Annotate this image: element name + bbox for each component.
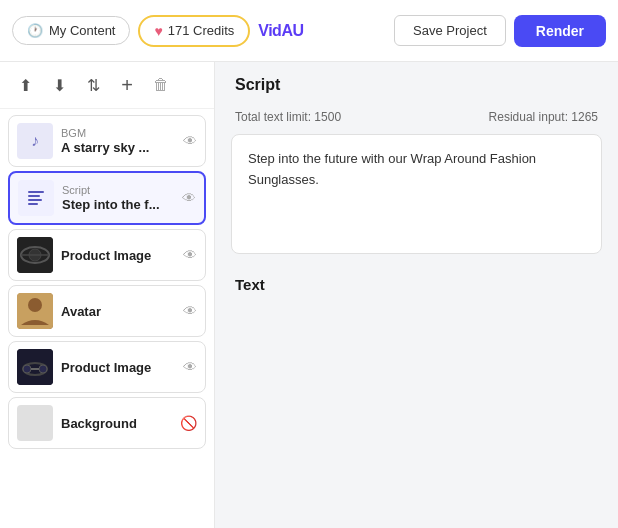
brand-logo[interactable]: VidAU	[258, 22, 303, 40]
visibility-icon-avatar[interactable]: 👁	[183, 303, 197, 319]
main-content: ⬆ ⬇ ⇅ + 🗑 ♪ BGM A starry sky ...	[0, 62, 618, 528]
layer-info-script: Script Step into the f...	[62, 184, 174, 212]
svg-point-12	[23, 365, 31, 373]
text-section: Text	[215, 266, 618, 303]
layer-item-product2[interactable]: Product Image 👁	[8, 341, 206, 393]
my-content-button[interactable]: 🕐 My Content	[12, 16, 130, 45]
layer-info-bgm: BGM A starry sky ...	[61, 127, 175, 155]
layer-thumb-product1	[17, 237, 53, 273]
layer-toolbar: ⬆ ⬇ ⇅ + 🗑	[0, 62, 214, 109]
visibility-icon-product2[interactable]: 👁	[183, 359, 197, 375]
layer-type-script: Script	[62, 184, 174, 197]
layer-name-product1: Product Image	[61, 248, 175, 263]
svg-point-13	[39, 365, 47, 373]
delete-icon: 🗑	[153, 76, 169, 94]
layer-item-product1[interactable]: Product Image 👁	[8, 229, 206, 281]
layer-item-script[interactable]: Script Step into the f... 👁	[8, 171, 206, 225]
delete-layer-button[interactable]: 🗑	[146, 70, 176, 100]
layer-name-product2: Product Image	[61, 360, 175, 375]
layer-info-product2: Product Image	[61, 360, 175, 375]
credits-label: 171 Credits	[168, 23, 234, 38]
right-panel: Script Total text limit: 1500 Residual i…	[215, 62, 618, 528]
sort-icon: ⇅	[87, 76, 100, 95]
layer-thumb-background	[17, 405, 53, 441]
text-section-label: Text	[235, 276, 598, 293]
layer-info-product1: Product Image	[61, 248, 175, 263]
save-project-button[interactable]: Save Project	[394, 15, 506, 46]
layer-name-bgm: A starry sky ...	[61, 140, 175, 155]
svg-point-9	[28, 298, 42, 312]
heart-icon: ♥	[154, 23, 162, 39]
clock-icon: 🕐	[27, 23, 43, 38]
total-text-limit: Total text limit: 1500	[235, 110, 341, 124]
visibility-icon-bgm[interactable]: 👁	[183, 133, 197, 149]
move-down-icon: ⬇	[53, 76, 66, 95]
add-icon: +	[121, 74, 133, 97]
credits-button[interactable]: ♥ 171 Credits	[138, 15, 250, 47]
residual-input: Residual input: 1265	[489, 110, 598, 124]
visibility-icon-product1[interactable]: 👁	[183, 247, 197, 263]
visibility-icon-script[interactable]: 👁	[182, 190, 196, 206]
svg-rect-3	[28, 203, 38, 205]
script-text: Step into the future with our Wrap Aroun…	[248, 149, 585, 191]
panel-title: Script	[235, 76, 598, 94]
svg-rect-1	[28, 195, 40, 197]
render-button[interactable]: Render	[514, 15, 606, 47]
layer-type-bgm: BGM	[61, 127, 175, 140]
svg-rect-0	[28, 191, 44, 193]
layers-list: ♪ BGM A starry sky ... 👁	[0, 109, 214, 528]
layer-thumb-bgm: ♪	[17, 123, 53, 159]
panel-header: Script	[215, 62, 618, 104]
move-up-button[interactable]: ⬆	[10, 70, 40, 100]
layer-item-background[interactable]: Background 🚫	[8, 397, 206, 449]
svg-rect-10	[17, 349, 53, 385]
layer-thumb-product2	[17, 349, 53, 385]
svg-rect-2	[28, 199, 42, 201]
layer-item-avatar[interactable]: Avatar 👁	[8, 285, 206, 337]
visibility-icon-background[interactable]: 🚫	[180, 415, 197, 431]
layer-thumb-script	[18, 180, 54, 216]
left-panel: ⬆ ⬇ ⇅ + 🗑 ♪ BGM A starry sky ...	[0, 62, 215, 528]
add-layer-button[interactable]: +	[112, 70, 142, 100]
sort-button[interactable]: ⇅	[78, 70, 108, 100]
layer-item-bgm[interactable]: ♪ BGM A starry sky ... 👁	[8, 115, 206, 167]
layer-thumb-avatar	[17, 293, 53, 329]
layer-name-background: Background	[61, 416, 172, 431]
layer-name-script: Step into the f...	[62, 197, 174, 212]
my-content-label: My Content	[49, 23, 115, 38]
script-content-box[interactable]: Step into the future with our Wrap Aroun…	[231, 134, 602, 254]
move-down-button[interactable]: ⬇	[44, 70, 74, 100]
app-header: 🕐 My Content ♥ 171 Credits VidAU Save Pr…	[0, 0, 618, 62]
layer-info-background: Background	[61, 416, 172, 431]
layer-info-avatar: Avatar	[61, 304, 175, 319]
move-up-icon: ⬆	[19, 76, 32, 95]
layer-name-avatar: Avatar	[61, 304, 175, 319]
stats-row: Total text limit: 1500 Residual input: 1…	[215, 104, 618, 134]
